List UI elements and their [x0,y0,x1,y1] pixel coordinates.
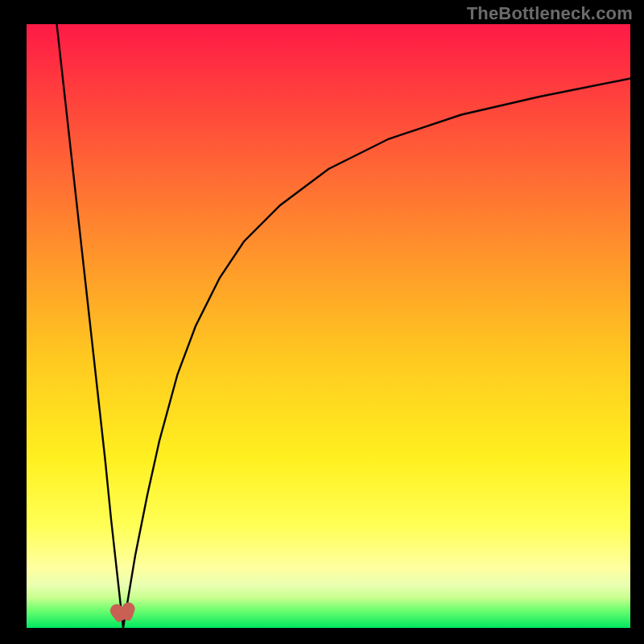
heart-marker [110,601,136,627]
watermark-text: TheBottleneck.com [467,3,633,24]
bottleneck-curve [27,24,630,628]
curve-path [57,24,631,628]
plot-area [27,24,630,628]
